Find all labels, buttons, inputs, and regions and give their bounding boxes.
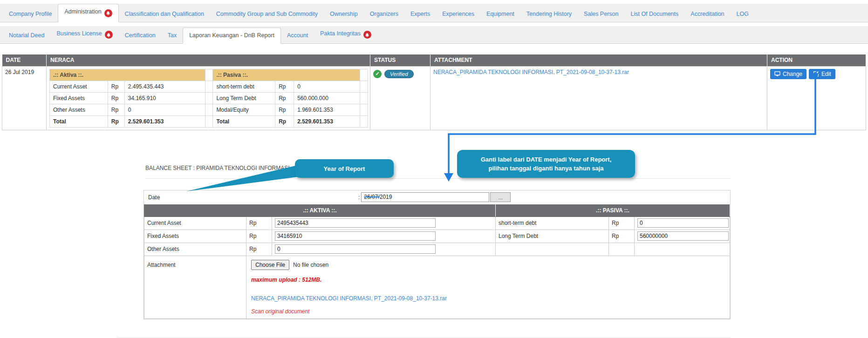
year-of-report-callout-text: Year of Report: [324, 164, 365, 173]
primary-tab-bar: Company ProfileAdministrationClassificat…: [0, 4, 868, 22]
neraca-total-row: Total Rp 2.529.601.353 Total Rp 2.529.60…: [50, 115, 368, 127]
record-date: 26 Jul 2019: [2, 66, 47, 130]
neraca-row: Other Assets Rp 0 Modal/Equity Rp 1.969.…: [50, 104, 368, 115]
neraca-row: Current Asset Rp 2.495.435.443 short-ter…: [50, 81, 368, 92]
tab-notarial-deed[interactable]: Notarial Deed: [3, 28, 50, 43]
column-header-status: STATUS: [370, 54, 431, 66]
pasiva-header: .:: Pasiva ::.: [213, 69, 360, 81]
fixed-assets-input[interactable]: [275, 231, 436, 241]
records-table: DATE NERACA STATUS ATTACHMENT ACTION 26 …: [2, 54, 866, 130]
aktiva-label: Other Assets: [50, 104, 108, 115]
notification-bell-icon: [363, 31, 371, 39]
aktiva-value: 0: [124, 104, 205, 115]
spacer-cell: [205, 115, 213, 127]
tab-experts[interactable]: Experts: [404, 7, 436, 22]
aktiva-value: 34.165.910: [124, 92, 205, 104]
choose-file-button[interactable]: Choose File: [251, 260, 289, 270]
attachment-link[interactable]: NERACA_PIRAMIDA TEKNOLOGI INFORMASI, PT_…: [433, 69, 629, 75]
tab-tendering-history[interactable]: Tendering History: [520, 7, 578, 22]
pasiva-total-value: 2.529.601.353: [294, 115, 360, 127]
form-aktiva-header: .:: AKTIVA ::.: [144, 204, 496, 216]
ganti-callout-line1: Ganti label dari DATE menjadi Year of Re…: [481, 155, 612, 164]
currency-label: Rp: [275, 92, 294, 104]
tab-equipment[interactable]: Equipment: [480, 7, 520, 22]
balance-sheet-table: .:: AKTIVA ::. .:: PASIVA ::. Current As…: [144, 204, 730, 319]
tab-experiences[interactable]: Experiences: [436, 7, 480, 22]
annotation-arrow-head: [444, 173, 453, 182]
currency-label: Rp: [246, 243, 272, 256]
currency-label: Rp: [108, 115, 124, 127]
year-of-report-callout: Year of Report: [295, 159, 394, 178]
date-picker-button[interactable]: ...: [490, 192, 511, 202]
date-field-label: Date: [146, 194, 216, 201]
record-status-cell: ✓ Verified: [370, 66, 431, 130]
pasiva-value: 1.969.601.353: [294, 104, 360, 115]
date-struck-text: 26/07/: [364, 194, 379, 200]
pasiva-total-label: Total: [213, 115, 275, 127]
tab-certification[interactable]: Certification: [119, 28, 162, 43]
form-aktiva-label: Fixed Assets: [144, 230, 246, 243]
edit-button-label: Edit: [821, 71, 831, 77]
currency-label: Rp: [108, 104, 124, 115]
column-header-date: DATE: [2, 54, 47, 66]
tab-account[interactable]: Account: [281, 28, 314, 43]
notification-bell-icon: [104, 9, 112, 17]
empty-pasiva-input-cell: [635, 243, 730, 256]
tab-laporan-keuangan[interactable]: Laporan Keuangan - DnB Report: [183, 27, 281, 44]
pasiva-label: Modal/Equity: [213, 104, 275, 115]
form-aktiva-label: Other Assets: [144, 243, 246, 256]
tab-commodity-group[interactable]: Commodity Group and Sub Commodity: [210, 7, 324, 22]
record-row: 26 Jul 2019 .:: Aktiva ::. .:: Pasiva ::…: [2, 66, 866, 130]
form-row: Fixed Assets Rp Long Term Debt Rp: [144, 230, 730, 243]
tab-business-license-label: Business License: [56, 30, 102, 37]
pasiva-label: Long Term Debt: [213, 92, 275, 104]
tab-pakta-integritas[interactable]: Pakta Integritas: [314, 26, 377, 44]
edit-button[interactable]: Edit: [809, 69, 835, 79]
heading-divider: [145, 178, 731, 179]
tab-sales-person[interactable]: Sales Person: [578, 7, 624, 22]
record-action-cell: ChangeEdit: [767, 66, 866, 130]
tab-company-profile[interactable]: Company Profile: [3, 7, 58, 22]
date-input[interactable]: 26/07/2019: [361, 192, 489, 202]
spacer-cell: [360, 69, 368, 81]
empty-pasiva-label-cell: [496, 243, 609, 256]
spacer-cell: [205, 81, 213, 92]
no-file-chosen-text: No file chosen: [293, 262, 328, 268]
other-assets-input[interactable]: [275, 244, 436, 254]
tab-business-license[interactable]: Business License: [50, 26, 118, 44]
tab-log[interactable]: LOG: [731, 7, 755, 22]
aktiva-value: 2.495.435.443: [124, 81, 205, 92]
aktiva-header: .:: Aktiva ::.: [50, 69, 205, 81]
empty-currency-cell: [609, 243, 635, 256]
aktiva-total-value: 2.529.601.353: [124, 115, 205, 127]
date-colon: :: [358, 194, 360, 201]
max-upload-note: maximum upload : 512MB.: [251, 277, 725, 283]
form-row: Current Asset Rp short-term debt Rp: [144, 216, 730, 230]
spacer-cell: [205, 69, 213, 81]
current-asset-input[interactable]: [275, 218, 436, 228]
neraca-summary-table: .:: Aktiva ::. .:: Pasiva ::. Current As…: [49, 69, 368, 128]
short-term-debt-input[interactable]: [637, 218, 729, 228]
currency-label: Rp: [108, 81, 124, 92]
edit-pencil-icon: [813, 71, 819, 77]
tab-organizers[interactable]: Organizers: [364, 7, 404, 22]
tab-classification[interactable]: Classification dan Qualification: [119, 7, 210, 22]
date-field-row: Date : 26/07/2019 ...: [144, 190, 730, 204]
tab-list-of-documents[interactable]: List Of Documents: [624, 7, 684, 22]
neraca-row: Fixed Assets Rp 34.165.910 Long Term Deb…: [50, 92, 368, 104]
tab-accreditation[interactable]: Accreditation: [684, 7, 730, 22]
spacer-cell: [360, 104, 368, 115]
tab-ownership[interactable]: Ownership: [324, 7, 364, 22]
uploaded-file-link[interactable]: NERACA_PIRAMIDA TEKNOLOGI INFORMASI, PT_…: [251, 295, 725, 302]
change-button[interactable]: Change: [770, 69, 806, 79]
form-aktiva-label: Current Asset: [144, 216, 246, 230]
long-term-debt-input[interactable]: [637, 231, 729, 241]
tab-administration[interactable]: Administration: [58, 4, 118, 22]
attachment-label: Attachment: [144, 256, 246, 318]
pasiva-label: short-term debt: [213, 81, 275, 92]
tab-tax[interactable]: Tax: [162, 28, 183, 43]
secondary-tab-bar: Notarial DeedBusiness LicenseCertificati…: [0, 26, 868, 44]
currency-label: Rp: [246, 216, 272, 230]
date-year-text: 2019: [380, 194, 392, 200]
currency-label: Rp: [275, 81, 294, 92]
